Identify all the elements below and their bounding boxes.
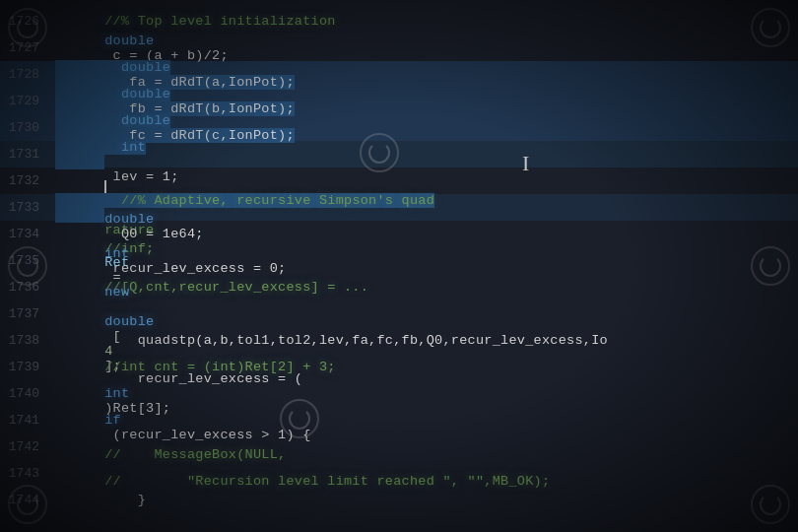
watermark-4: [751, 485, 790, 524]
text-token: [104, 398, 138, 413]
line-number: 1742: [4, 439, 55, 454]
keyword-token: new: [104, 285, 129, 299]
watermark-7: [360, 133, 399, 172]
watermark-5: [8, 246, 47, 286]
i-beam-cursor: I: [522, 153, 529, 174]
text-token: [104, 459, 121, 474]
line-number: 1729: [4, 94, 55, 108]
line-number: 1739: [4, 360, 55, 374]
text-token: =: [104, 270, 129, 285]
line-number: 1738: [4, 333, 55, 348]
keyword-token: double: [104, 212, 154, 227]
line-number: 1737: [4, 306, 55, 321]
line-number: 1740: [4, 386, 55, 401]
line-number: 1741: [4, 413, 55, 428]
watermark-3: [8, 485, 47, 524]
line-number: 1734: [4, 227, 55, 241]
line-number: 1743: [4, 466, 55, 481]
watermark-2: [751, 8, 790, 47]
var-token: Ret: [104, 255, 129, 270]
watermark-8: [280, 399, 319, 438]
watermark-1: [8, 8, 47, 47]
code-line-1744: 1744 }: [0, 487, 798, 513]
watermark-6: [751, 246, 790, 286]
code-editor[interactable]: 1726 //% Top level initialization 1727 d…: [0, 0, 798, 532]
text-token: }: [104, 493, 146, 507]
line-number: 1732: [4, 173, 55, 188]
line-number: 1730: [4, 120, 55, 135]
line-number: 1733: [4, 200, 55, 215]
line-number: 1728: [4, 67, 55, 82]
text-token: [104, 299, 112, 314]
line-number: 1731: [4, 147, 55, 162]
line-content: }: [55, 478, 794, 522]
